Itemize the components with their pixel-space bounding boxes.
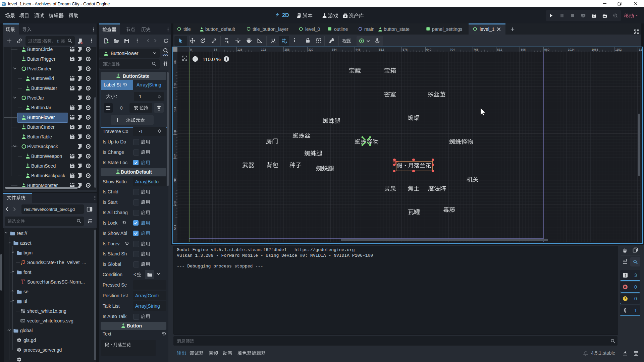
- svg-text:DOC: DOC: [163, 53, 168, 56]
